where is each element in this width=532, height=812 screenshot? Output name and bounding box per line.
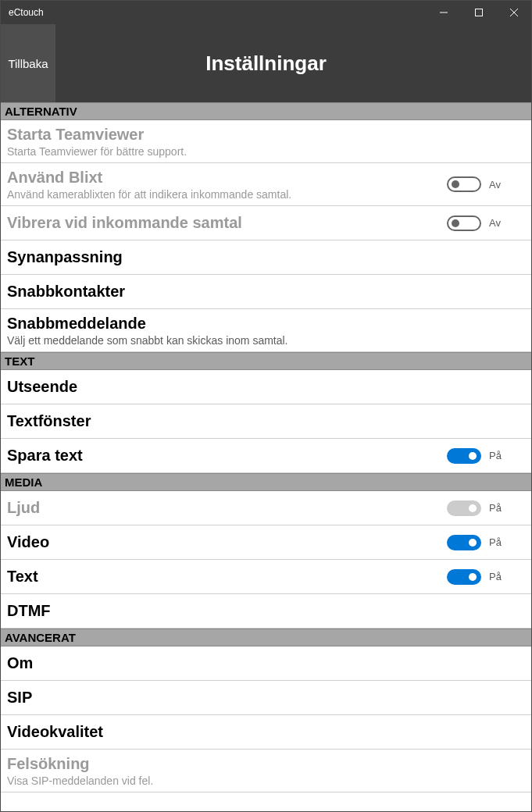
row-dtmf[interactable]: DTMF: [1, 594, 531, 629]
toggle-label: På: [489, 571, 502, 582]
row-title: Starta Teamviewer: [7, 125, 525, 144]
row-title: SIP: [7, 688, 525, 707]
row-om[interactable]: Om: [1, 646, 531, 681]
section-header-media: MEDIA: [1, 473, 531, 491]
minimize-button[interactable]: [426, 1, 461, 24]
row-snabbkontakter[interactable]: Snabbkontakter: [1, 275, 531, 309]
row-felsokning[interactable]: Felsökning Visa SIP-meddelanden vid fel.: [1, 750, 531, 792]
back-button-label: Tillbaka: [8, 57, 48, 70]
row-sub: Använd kamerablixten för att indikera in…: [7, 188, 447, 201]
row-sub: Välj ett meddelande som snabbt kan skick…: [7, 334, 525, 347]
row-title: Text: [7, 567, 447, 586]
row-video[interactable]: Video På: [1, 525, 531, 560]
maximize-button[interactable]: [461, 1, 496, 24]
row-title: Videokvalitet: [7, 722, 525, 742]
row-textfonster[interactable]: Textfönster: [1, 404, 531, 439]
row-title: Textfönster: [7, 411, 525, 431]
row-title: Video: [7, 532, 447, 552]
row-sip[interactable]: SIP: [1, 681, 531, 715]
toggle-label: Av: [489, 217, 501, 229]
app-header: Tillbaka Inställningar: [1, 24, 531, 102]
titlebar: eCtouch: [1, 1, 531, 24]
row-sub: Visa SIP-meddelanden vid fel.: [7, 775, 525, 787]
row-videokvalitet[interactable]: Videokvalitet: [1, 715, 531, 750]
row-title: Synanpassning: [7, 248, 525, 267]
window-controls: [426, 1, 531, 24]
window-title: eCtouch: [9, 7, 426, 18]
toggle-ljud: [447, 500, 481, 516]
toggle-label: På: [489, 502, 502, 514]
row-spara-text[interactable]: Spara text På: [1, 439, 531, 473]
row-synanpassning[interactable]: Synanpassning: [1, 240, 531, 275]
row-text-media[interactable]: Text På: [1, 560, 531, 594]
row-title: Om: [7, 654, 525, 673]
toggle-text-media[interactable]: [447, 569, 481, 585]
toggle-spara-text[interactable]: [447, 448, 481, 464]
toggle-blixt[interactable]: [447, 176, 481, 192]
toggle-label: På: [489, 450, 502, 461]
row-title: Vibrera vid inkommande samtal: [7, 213, 447, 233]
row-title: Snabbmeddelande: [7, 314, 525, 333]
row-utseende[interactable]: Utseende: [1, 370, 531, 404]
svg-rect-1: [475, 9, 482, 16]
settings-list[interactable]: ALTERNATIV Starta Teamviewer Starta Team…: [1, 102, 531, 812]
row-title: Ljud: [7, 498, 447, 518]
toggle-video[interactable]: [447, 535, 481, 550]
section-header-alternativ: ALTERNATIV: [1, 102, 531, 120]
row-title: DTMF: [7, 601, 525, 621]
row-title: Snabbkontakter: [7, 282, 525, 301]
toggle-label: Av: [489, 179, 501, 191]
section-header-text: TEXT: [1, 352, 531, 370]
row-ljud[interactable]: Ljud På: [1, 491, 531, 525]
row-anvand-blixt[interactable]: Använd Blixt Använd kamerablixten för at…: [1, 163, 531, 206]
toggle-vibrera[interactable]: [447, 215, 481, 231]
toggle-label: På: [489, 536, 502, 548]
row-snabbmeddelande[interactable]: Snabbmeddelande Välj ett meddelande som …: [1, 309, 531, 352]
row-sub: Starta Teamviewer för bättre support.: [7, 145, 525, 158]
section-header-avancerat: AVANCERAT: [1, 629, 531, 646]
row-starta-teamviewer[interactable]: Starta Teamviewer Starta Teamviewer för …: [1, 120, 531, 163]
back-button[interactable]: Tillbaka: [1, 24, 55, 102]
row-title: Använd Blixt: [7, 168, 447, 187]
row-vibrera[interactable]: Vibrera vid inkommande samtal Av: [1, 206, 531, 240]
row-title: Utseende: [7, 377, 525, 397]
row-title: Felsökning: [7, 754, 525, 774]
page-title: Inställningar: [1, 52, 531, 76]
row-title: Spara text: [7, 446, 447, 465]
close-button[interactable]: [496, 1, 531, 24]
